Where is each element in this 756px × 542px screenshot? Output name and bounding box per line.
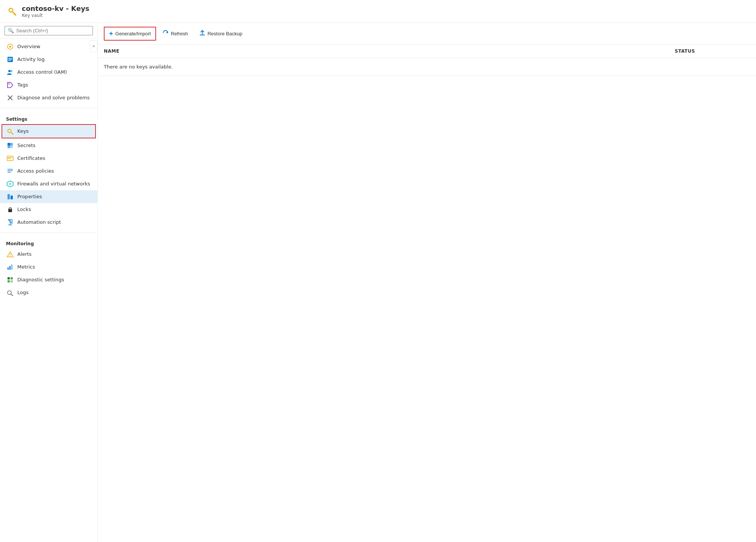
automation-icon xyxy=(7,219,14,226)
svg-rect-21 xyxy=(10,143,13,146)
col-name-header: NAME xyxy=(104,49,675,54)
svg-rect-22 xyxy=(8,146,10,148)
sidebar-item-properties[interactable]: Properties xyxy=(0,190,97,203)
alerts-icon xyxy=(7,251,14,258)
keys-icon xyxy=(7,128,14,135)
sidebar-item-secrets[interactable]: Secrets xyxy=(0,139,97,152)
restore-icon xyxy=(199,30,205,37)
svg-rect-10 xyxy=(8,60,11,61)
content-area: + Generate/Import Refresh Restore Backup xyxy=(98,23,756,542)
search-icon: 🔍 xyxy=(8,28,14,33)
sidebar: 🔍 « Overview Activity log xyxy=(0,23,98,542)
sidebar-item-activity-log[interactable]: Activity log xyxy=(0,53,97,66)
page-subtitle: Key vault xyxy=(22,13,89,18)
sidebar-item-certificates-label: Certificates xyxy=(17,155,45,161)
header-text: contoso-kv - Keys Key vault xyxy=(22,5,89,18)
sidebar-item-tags[interactable]: Tags xyxy=(0,79,97,91)
sidebar-item-logs[interactable]: Logs xyxy=(0,286,97,299)
svg-rect-33 xyxy=(11,196,13,199)
secrets-icon xyxy=(7,142,14,149)
svg-rect-26 xyxy=(8,158,11,159)
page-header: contoso-kv - Keys Key vault xyxy=(0,0,756,23)
search-input[interactable] xyxy=(16,28,90,33)
logs-icon xyxy=(7,289,14,296)
plus-icon: + xyxy=(109,30,113,38)
refresh-label: Refresh xyxy=(171,31,188,36)
sidebar-item-access-policies[interactable]: Access policies xyxy=(0,165,97,178)
svg-point-40 xyxy=(10,255,11,256)
refresh-button[interactable]: Refresh xyxy=(158,27,193,40)
svg-rect-20 xyxy=(8,143,10,146)
page-title: contoso-kv - Keys xyxy=(22,5,89,13)
sidebar-item-diagnose[interactable]: Diagnose and solve problems xyxy=(0,91,97,104)
sidebar-item-secrets-label: Secrets xyxy=(17,143,35,148)
restore-backup-label: Restore Backup xyxy=(208,31,243,36)
overview-icon xyxy=(7,43,14,50)
sidebar-item-certificates[interactable]: Certificates xyxy=(0,152,97,165)
properties-icon xyxy=(7,193,14,200)
svg-rect-34 xyxy=(8,209,12,212)
col-status-header: STATUS xyxy=(675,49,750,54)
svg-rect-45 xyxy=(11,277,13,279)
sidebar-item-keys-label: Keys xyxy=(17,128,29,134)
restore-backup-button[interactable]: Restore Backup xyxy=(194,27,247,40)
svg-rect-8 xyxy=(8,58,12,59)
sidebar-item-locks-label: Locks xyxy=(17,206,31,212)
table-area: NAME STATUS There are no keys available. xyxy=(98,45,756,542)
sidebar-item-automation[interactable]: Automation script xyxy=(0,216,97,229)
sidebar-item-activity-log-label: Activity log xyxy=(17,56,45,62)
divider-monitoring xyxy=(0,232,97,233)
sidebar-item-diagnostic-settings[interactable]: Diagnostic settings xyxy=(0,273,97,286)
sidebar-item-alerts-label: Alerts xyxy=(17,251,32,257)
sidebar-item-access-control-label: Access control (IAM) xyxy=(17,69,67,75)
svg-rect-25 xyxy=(8,157,12,158)
sidebar-item-alerts[interactable]: Alerts xyxy=(0,248,97,261)
metrics-icon xyxy=(7,264,14,270)
sidebar-item-diagnostic-settings-label: Diagnostic settings xyxy=(17,277,64,282)
svg-rect-41 xyxy=(8,267,9,270)
svg-rect-46 xyxy=(8,280,10,282)
nav-settings-section: Settings Keys Secrets xyxy=(0,111,97,230)
svg-rect-32 xyxy=(8,194,10,199)
sidebar-item-properties-label: Properties xyxy=(17,194,42,199)
keys-nav-wrapper: Keys xyxy=(2,124,96,138)
svg-rect-43 xyxy=(11,264,12,270)
diagnostic-settings-icon xyxy=(7,276,14,283)
monitoring-section-header: Monitoring xyxy=(0,237,97,248)
access-policies-icon xyxy=(7,168,14,175)
sidebar-item-tags-label: Tags xyxy=(17,82,28,88)
svg-rect-23 xyxy=(10,146,13,148)
sidebar-item-metrics[interactable]: Metrics xyxy=(0,261,97,273)
locks-icon xyxy=(7,206,14,213)
search-input-wrap[interactable]: 🔍 xyxy=(5,26,93,35)
nav-top-section: Overview Activity log Access control (IA… xyxy=(0,39,97,106)
settings-section-header: Settings xyxy=(0,112,97,123)
svg-rect-47 xyxy=(11,280,13,282)
generate-import-wrapper: + Generate/Import xyxy=(104,27,156,41)
access-control-icon xyxy=(7,69,14,76)
tags-icon xyxy=(7,82,14,88)
sidebar-item-keys[interactable]: Keys xyxy=(2,125,95,138)
firewalls-icon xyxy=(7,181,14,187)
svg-rect-9 xyxy=(8,59,12,60)
svg-point-13 xyxy=(9,83,10,84)
generate-import-label: Generate/Import xyxy=(115,31,151,36)
divider-settings xyxy=(0,108,97,108)
diagnose-icon xyxy=(7,94,14,101)
nav-monitoring-section: Monitoring Alerts Metrics Diagnostic set… xyxy=(0,235,97,301)
sidebar-item-logs-label: Logs xyxy=(17,290,29,295)
sidebar-item-overview-label: Overview xyxy=(17,44,40,49)
sidebar-item-firewalls[interactable]: Firewalls and virtual networks xyxy=(0,178,97,190)
svg-rect-42 xyxy=(9,266,11,270)
sidebar-item-locks[interactable]: Locks xyxy=(0,203,97,216)
sidebar-item-access-control[interactable]: Access control (IAM) xyxy=(0,66,97,79)
sidebar-item-firewalls-label: Firewalls and virtual networks xyxy=(17,181,90,187)
generate-import-button[interactable]: + Generate/Import xyxy=(105,27,155,40)
svg-point-31 xyxy=(9,183,11,185)
collapse-button[interactable]: « xyxy=(90,40,97,52)
key-vault-icon xyxy=(6,5,18,17)
sidebar-item-overview[interactable]: Overview xyxy=(0,40,97,53)
sidebar-item-metrics-label: Metrics xyxy=(17,264,35,270)
svg-point-6 xyxy=(9,46,11,47)
sidebar-item-automation-label: Automation script xyxy=(17,219,61,225)
